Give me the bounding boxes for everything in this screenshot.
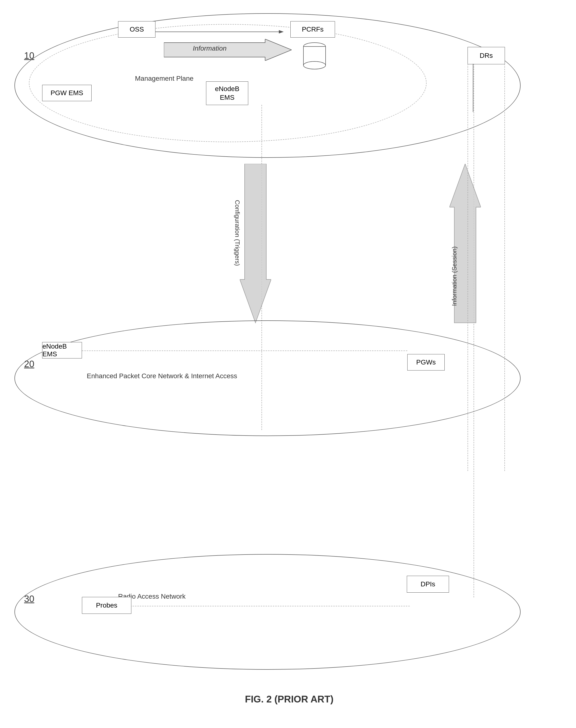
figure-caption: FIG. 2 (PRIOR ART) <box>205 694 374 705</box>
enodebs-label: Probes <box>96 602 117 609</box>
svg-marker-5 <box>164 39 292 61</box>
management-plane-label: Management Plane <box>135 75 194 82</box>
enodeb-ems-box: eNodeBEMS <box>206 82 248 105</box>
dpis-box: PGWs <box>407 354 445 370</box>
database-cylinder <box>303 42 326 70</box>
config-triggers-label: Configuration (Triggers) <box>233 200 241 266</box>
dpis-label: PGWs <box>416 359 436 366</box>
svg-marker-7 <box>240 164 271 323</box>
svg-point-4 <box>304 61 325 69</box>
drs-box: DRs <box>467 47 505 64</box>
layer-20-number: 20 <box>24 359 34 369</box>
pcrfs-label: PCRFs <box>302 26 323 33</box>
enodeb-ems-label: eNodeBEMS <box>215 85 239 102</box>
pgws-box: eNodeB EMS <box>42 342 82 359</box>
probes-box: DPIs <box>407 576 449 593</box>
info-session-label: Information (Session) <box>451 246 458 306</box>
layer-10-number: 10 <box>24 51 34 61</box>
information-arrow-text: Information <box>193 44 227 52</box>
drs-to-dpis-arrow <box>473 64 473 112</box>
enodebs-box: Probes <box>82 597 131 614</box>
epc-label: Enhanced Packet Core Network & Internet … <box>87 372 237 380</box>
config-triggers-arrow <box>240 164 271 332</box>
probes-label: DPIs <box>421 580 435 588</box>
information-arrow <box>164 39 292 61</box>
diagram-container: 10 Management Plane OSS PCRFs DRs PGW EM… <box>0 0 576 728</box>
oss-box: OSS <box>118 21 155 38</box>
layer-30-number: 30 <box>24 594 34 604</box>
pgw-ems-box: PGW EMS <box>42 85 92 101</box>
drs-dashed-box-left <box>467 64 505 471</box>
oss-to-pcrfs-arrow <box>155 26 290 38</box>
pcrfs-box: PCRFs <box>290 21 335 38</box>
pgws-label: eNodeB EMS <box>42 342 82 358</box>
pgw-ems-label: PGW EMS <box>51 89 83 97</box>
oss-label: OSS <box>129 26 144 33</box>
drs-label: DRs <box>480 52 493 60</box>
